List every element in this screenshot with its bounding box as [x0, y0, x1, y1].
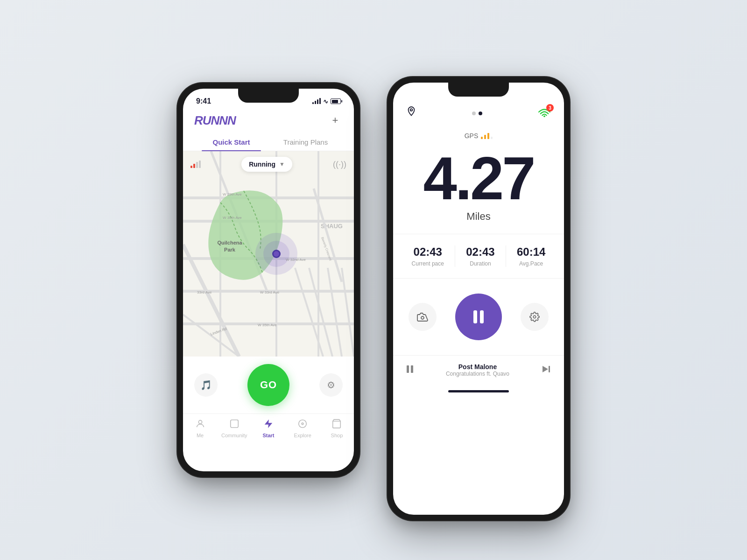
bottom-bar: 🎵 GO ⚙: [183, 357, 354, 413]
avg-pace-value: 60:14: [517, 245, 545, 259]
music-info: Post Malone Congratulations ft. Quavo: [446, 363, 509, 377]
duration-label: Duration: [466, 260, 494, 267]
phone-1-shell: 9:41 ∿ RUNNN +: [177, 83, 359, 477]
app-header: RUNNN +: [183, 109, 354, 133]
battery-fill: [332, 100, 338, 103]
home-indicator-2: [448, 390, 509, 392]
svg-point-14: [274, 251, 279, 257]
controls-row: [393, 279, 564, 355]
svg-rect-33: [231, 420, 239, 428]
pause-icon: [473, 310, 484, 323]
signal-bar-3: [317, 99, 318, 104]
nav-me-label: Me: [197, 433, 204, 438]
explore-icon: [297, 419, 308, 431]
svg-text:Park: Park: [224, 247, 236, 252]
top-dots: [472, 112, 482, 115]
distance-unit: Miles: [393, 210, 564, 223]
signal-bar-1: [312, 102, 314, 104]
gps-label: GPS: [393, 128, 564, 143]
broadcast-icon[interactable]: ((·)): [333, 160, 346, 169]
go-button[interactable]: GO: [247, 364, 289, 406]
music-next-button[interactable]: [542, 365, 551, 376]
stat-duration: 02:43 Duration: [466, 245, 494, 267]
nav-community[interactable]: Community: [217, 419, 251, 438]
activity-selector[interactable]: Running ▼: [241, 157, 292, 172]
music-artist: Post Malone: [446, 363, 509, 371]
nav-explore-label: Explore: [294, 433, 311, 438]
nav-explore[interactable]: Explore: [286, 419, 320, 438]
phone-1-screen: 9:41 ∿ RUNNN +: [183, 89, 354, 471]
svg-marker-43: [543, 366, 548, 372]
music-button[interactable]: 🎵: [194, 373, 218, 397]
stat-current-pace: 02:43 Current pace: [412, 245, 444, 267]
pause-button[interactable]: [455, 294, 502, 340]
settings-icon-map: ⚙: [327, 379, 335, 391]
svg-point-32: [198, 420, 202, 424]
signal-bar-4: [319, 98, 321, 104]
current-pace-value: 02:43: [412, 245, 444, 259]
distance-display: 4.27: [393, 143, 564, 210]
signal-badge: 3: [538, 107, 551, 120]
current-pace-label: Current pace: [412, 260, 444, 267]
app-logo: RUNNN: [194, 113, 236, 128]
svg-text:W 32nd Ave: W 32nd Ave: [286, 258, 306, 262]
signal-bars-1: [312, 98, 321, 104]
music-icon: 🎵: [200, 379, 212, 391]
music-pause-button[interactable]: [406, 365, 414, 376]
svg-point-35: [302, 423, 303, 425]
phone-2-shell: 3 GPS 4.27 Miles 02:43: [388, 77, 570, 520]
map-area: Running ▼ ((·)): [183, 151, 354, 357]
svg-point-37: [410, 109, 413, 111]
nav-start[interactable]: Start: [251, 419, 285, 438]
distance-value: 4.27: [393, 148, 564, 209]
nav-shop[interactable]: Shop: [320, 419, 354, 438]
avg-pace-label: Avg.Pace: [517, 260, 545, 267]
tabs: Quick Start Training Plans: [183, 133, 354, 151]
phones-container: 9:41 ∿ RUNNN +: [177, 40, 570, 520]
camera-button[interactable]: [409, 303, 437, 331]
notification-badge: 3: [546, 104, 554, 112]
svg-text:33rd Ave: 33rd Ave: [197, 290, 212, 294]
svg-point-39: [421, 316, 424, 319]
nav-start-label: Start: [262, 433, 274, 438]
battery-icon: [331, 98, 341, 104]
svg-text:W 35th Ave: W 35th Ave: [258, 323, 277, 327]
music-player: Post Malone Congratulations ft. Quavo: [393, 355, 564, 386]
dot-2: [479, 112, 482, 115]
status-time-1: 9:41: [196, 97, 211, 105]
svg-text:W 29th Ave: W 29th Ave: [223, 192, 242, 196]
shop-icon: [331, 419, 342, 431]
start-icon: [263, 419, 274, 431]
svg-rect-41: [407, 365, 409, 373]
wifi-icon: ∿: [323, 98, 328, 105]
bottom-nav: Me Community Start: [183, 413, 354, 448]
map-controls: Running ▼ ((·)): [183, 157, 354, 172]
svg-point-38: [543, 115, 545, 117]
status-icons-1: ∿: [312, 98, 341, 105]
phone-2-screen: 3 GPS 4.27 Miles 02:43: [393, 83, 564, 515]
stats-row: 02:43 Current pace 02:43 Duration 60:14 …: [393, 234, 564, 279]
svg-rect-42: [411, 365, 413, 373]
stat-divider-2: [506, 245, 506, 267]
add-button[interactable]: +: [328, 113, 343, 128]
music-song: Congratulations ft. Quavo: [446, 371, 509, 377]
svg-text:Quilchena: Quilchena: [217, 240, 242, 245]
map-gps-signal: [190, 161, 201, 168]
pause-bar-1: [473, 310, 477, 323]
community-icon: [229, 419, 240, 431]
pause-bar-2: [480, 310, 484, 323]
location-pin-icon: [406, 106, 416, 121]
gps-bars: [481, 133, 493, 139]
stat-divider-1: [455, 245, 455, 267]
settings-button-map[interactable]: ⚙: [319, 373, 343, 397]
nav-shop-label: Shop: [331, 433, 343, 438]
tab-quick-start[interactable]: Quick Start: [194, 133, 268, 151]
duration-value: 02:43: [466, 245, 494, 259]
settings-button-workout[interactable]: [521, 303, 549, 331]
chevron-down-icon: ▼: [279, 161, 285, 168]
tab-training-plans[interactable]: Training Plans: [268, 133, 343, 151]
nav-me[interactable]: Me: [183, 419, 217, 438]
svg-point-34: [299, 420, 307, 428]
svg-point-40: [533, 315, 536, 318]
nav-community-label: Community: [221, 433, 247, 438]
